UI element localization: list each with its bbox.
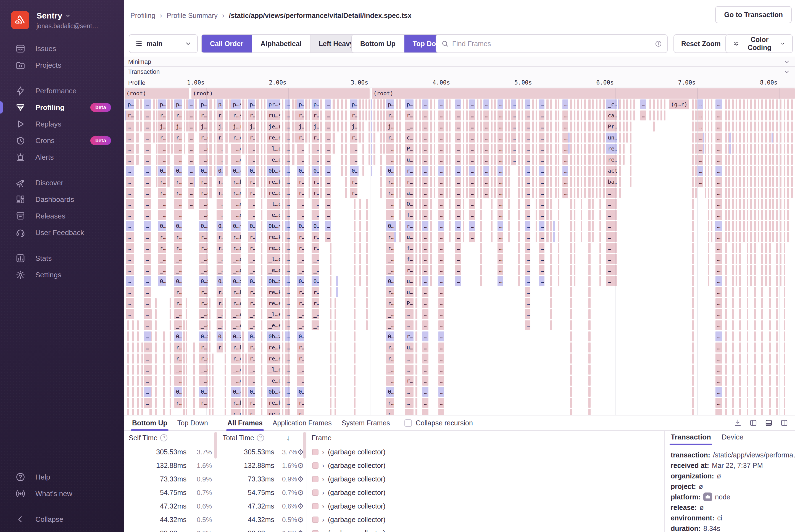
flame-frame[interactable]: … [716, 177, 722, 187]
flame-frame[interactable]: … [422, 199, 429, 209]
flame-frame[interactable]: 0…> [231, 331, 241, 341]
flame-frame[interactable] [574, 166, 575, 176]
flame-frame[interactable] [354, 254, 356, 264]
flame-frame[interactable]: … [422, 376, 429, 386]
flame-frame[interactable] [508, 188, 510, 198]
flame-frame[interactable]: … [606, 254, 617, 264]
flame-frame[interactable] [769, 221, 771, 231]
flame-frame[interactable]: … [325, 99, 330, 109]
flame-frame[interactable] [383, 121, 385, 132]
flame-frame[interactable] [732, 155, 734, 165]
flame-frame[interactable]: r…e [199, 243, 208, 253]
flame-frame[interactable] [732, 409, 734, 415]
flame-frame[interactable]: … [285, 166, 290, 176]
flame-frame[interactable] [132, 376, 134, 386]
flame-frame[interactable] [754, 254, 756, 264]
flame-frame[interactable] [728, 210, 730, 220]
flame-frame[interactable] [776, 221, 778, 231]
flame-frame[interactable] [630, 99, 631, 109]
flame-frame[interactable]: … [497, 243, 503, 253]
flame-frame[interactable] [225, 298, 226, 308]
flame-frame[interactable]: … [469, 188, 475, 198]
flame-frame[interactable] [765, 199, 767, 209]
flame-frame[interactable] [619, 133, 622, 142]
flame-frame[interactable]: … [126, 144, 134, 154]
flame-frame[interactable] [577, 188, 579, 198]
layout-left-dock-icon[interactable] [749, 419, 757, 427]
flame-frame[interactable] [754, 177, 756, 187]
flame-frame[interactable] [396, 121, 398, 132]
flame-frame[interactable] [776, 177, 778, 187]
flame-frame[interactable] [570, 265, 572, 275]
self-time-cell[interactable]: 73.33ms0.9% [124, 472, 218, 486]
flame-frame[interactable] [776, 188, 778, 198]
flame-frame[interactable] [430, 121, 432, 132]
flame-frame[interactable] [769, 398, 771, 408]
flame-frame[interactable] [570, 221, 572, 231]
flame-frame[interactable]: f… [405, 243, 414, 253]
flame-frame[interactable]: je…r [267, 121, 280, 132]
flame-frame[interactable] [711, 166, 713, 176]
flame-frame[interactable]: … [716, 243, 722, 253]
flame-frame[interactable] [136, 99, 139, 109]
flame-frame[interactable] [577, 133, 579, 142]
flame-frame[interactable] [711, 177, 713, 187]
flame-frame[interactable] [592, 121, 594, 132]
flame-frame[interactable]: r… [174, 343, 182, 353]
flame-frame[interactable] [341, 166, 343, 176]
flame-frame[interactable] [692, 166, 694, 176]
flame-frame[interactable] [705, 188, 706, 198]
flame-frame[interactable] [725, 387, 727, 397]
flame-frame[interactable] [505, 99, 507, 109]
flame-frame[interactable] [430, 199, 432, 209]
flame-frame[interactable]: r… [248, 409, 255, 415]
flame-frame[interactable] [769, 199, 771, 209]
flame-frame[interactable] [772, 111, 774, 120]
flame-frame[interactable]: … [422, 354, 429, 363]
flame-frame[interactable] [546, 133, 549, 142]
flame-frame[interactable] [491, 177, 493, 187]
flame-frame[interactable] [242, 365, 244, 375]
frame-row[interactable]: ›(garbage collector) [307, 459, 664, 472]
flame-frame[interactable] [536, 210, 537, 220]
flame-frame[interactable] [772, 232, 774, 242]
flame-frame[interactable]: r… [386, 398, 395, 408]
flame-frame[interactable]: … [438, 343, 444, 353]
flame-frame[interactable] [214, 133, 215, 142]
flame-frame[interactable]: _… [158, 144, 166, 154]
flame-frame[interactable] [337, 111, 339, 120]
flame-frame[interactable] [245, 398, 247, 408]
flame-frame[interactable] [596, 177, 598, 187]
flame-frame[interactable] [739, 177, 741, 187]
flame-frame[interactable] [415, 409, 418, 415]
flame-frame[interactable] [581, 155, 582, 165]
flame-frame[interactable] [446, 121, 448, 132]
flame-frame[interactable] [732, 144, 734, 154]
flame-frame[interactable] [170, 343, 171, 353]
flame-frame[interactable]: r… [216, 243, 224, 253]
org-switcher[interactable]: Sentry jonas.badalic@sent… [11, 11, 98, 30]
flame-frame[interactable] [320, 166, 322, 176]
flame-frame[interactable] [758, 99, 759, 109]
flame-frame[interactable] [246, 188, 247, 198]
flame-frame[interactable] [708, 177, 709, 187]
flame-frame[interactable] [728, 155, 730, 165]
flame-frame[interactable] [127, 365, 130, 375]
flame-frame[interactable] [374, 99, 376, 109]
flame-frame[interactable] [209, 309, 210, 319]
flame-frame[interactable]: 0… [297, 387, 304, 397]
flame-frame[interactable] [183, 320, 185, 330]
flame-frame[interactable]: _… [350, 155, 357, 165]
flame-frame[interactable] [630, 155, 631, 165]
flame-frame[interactable] [419, 155, 421, 165]
flame-frame[interactable] [494, 188, 496, 198]
flame-frame[interactable] [477, 99, 478, 109]
flame-frame[interactable] [383, 99, 385, 109]
flame-frame[interactable] [708, 221, 709, 231]
flame-frame[interactable]: … [405, 365, 414, 375]
flame-frame[interactable] [592, 221, 594, 231]
flame-frame[interactable] [463, 210, 465, 220]
flame-frame[interactable] [692, 331, 694, 341]
flame-frame[interactable] [508, 232, 510, 242]
flame-frame[interactable] [577, 144, 579, 154]
